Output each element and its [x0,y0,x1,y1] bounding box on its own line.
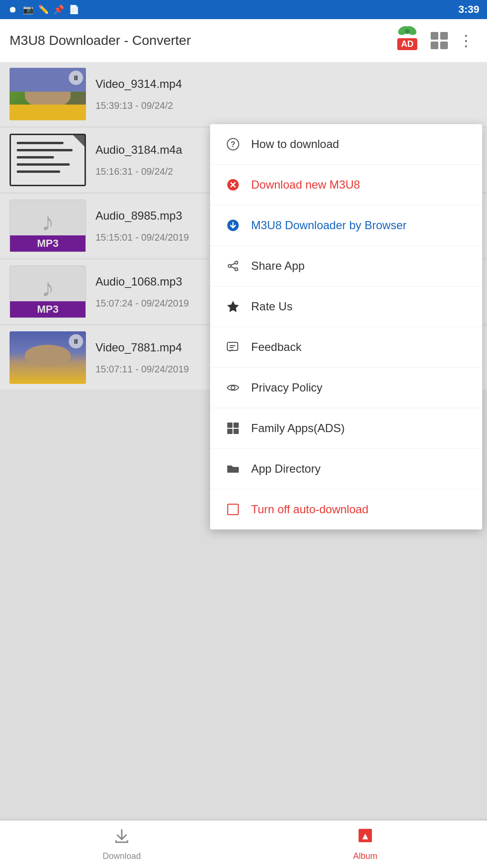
album-nav-icon [356,828,375,849]
menu-item-browser[interactable]: M3U8 Downloader by Browser [210,205,482,246]
svg-rect-21 [227,429,233,434]
menu-item-app-directory[interactable]: App Directory [210,449,482,489]
menu-label-download-new: Download new M3U8 [251,178,360,191]
menu-label-feedback: Feedback [251,340,301,354]
menu-label-privacy-policy: Privacy Policy [251,381,322,394]
svg-line-13 [231,267,235,269]
ad-badge[interactable]: AD [397,38,417,50]
menu-item-privacy-policy[interactable]: Privacy Policy [210,368,482,408]
main-content: ⏸ Video_9314.mp4 15:39:13 - 09/24/2 Audi [0,62,487,820]
svg-point-10 [235,268,238,271]
record-icon: ⏺ [8,4,18,15]
menu-label-browser: M3U8 Downloader by Browser [251,219,406,232]
svg-rect-20 [233,423,239,428]
star-icon [224,298,242,315]
svg-line-12 [231,264,235,265]
menu-item-family-apps[interactable]: Family Apps(ADS) [210,408,482,449]
status-time: 3:39 [458,3,479,16]
svg-rect-22 [233,429,239,434]
menu-label-turn-off-auto: Turn off auto-download [251,503,369,516]
question-icon: ? [224,136,242,153]
status-icons: ⏺ 📷 ✏️ 📌 📄 [8,4,79,15]
menu-item-download-new[interactable]: Download new M3U8 [210,165,482,205]
dropdown-menu: ? How to download Download new M3U8 [210,124,482,529]
nav-label-download: Download [103,851,141,861]
svg-rect-15 [227,342,238,350]
gift-bow-icon [395,25,419,38]
photo-icon: 📷 [23,4,33,15]
status-bar: ⏺ 📷 ✏️ 📌 📄 3:39 [0,0,487,19]
pin-icon: 📌 [53,4,64,15]
grid-cell-2 [440,32,448,40]
grid-cell-3 [431,42,438,49]
svg-rect-23 [228,504,238,515]
svg-point-18 [231,386,235,390]
grid-cell-4 [440,42,448,49]
svg-marker-14 [228,301,239,312]
grid-icon[interactable] [429,30,450,51]
menu-item-share-app[interactable]: Share App [210,246,482,286]
chat-icon [224,339,242,356]
menu-label-rate-us: Rate Us [251,300,293,313]
x-circle-icon [224,176,242,193]
nav-item-download[interactable]: Download [0,821,244,868]
svg-point-9 [235,261,238,264]
menu-item-rate-us[interactable]: Rate Us [210,286,482,327]
app-bar-actions: AD ⋮ [391,24,477,57]
svg-text:?: ? [231,140,235,148]
svg-point-11 [228,265,231,267]
share-icon [224,257,242,275]
more-options-icon[interactable]: ⋮ [455,28,477,53]
menu-item-turn-off-auto[interactable]: Turn off auto-download [210,489,482,529]
download-circle-icon [224,217,242,234]
checkbox-icon [224,501,242,518]
nav-item-album[interactable]: Album [244,821,487,868]
ad-icon[interactable]: AD [391,24,424,57]
bottom-nav: Download Album [0,820,487,868]
file-icon: 📄 [69,4,79,15]
menu-item-feedback[interactable]: Feedback [210,327,482,368]
pen-icon: ✏️ [38,4,49,15]
menu-label-app-directory: App Directory [251,462,320,476]
svg-point-2 [405,29,410,34]
grid-cell-1 [431,32,438,40]
download-nav-icon [112,828,131,849]
svg-rect-19 [227,423,233,428]
folder-icon [224,460,242,477]
nav-label-album: Album [353,851,377,861]
apps-grid-icon [224,420,242,437]
menu-label-family-apps: Family Apps(ADS) [251,422,345,435]
menu-label-how-to-download: How to download [251,138,339,151]
menu-item-how-to-download[interactable]: ? How to download [210,124,482,165]
app-bar: M3U8 Downloader - Converter AD ⋮ [0,19,487,62]
menu-label-share-app: Share App [251,259,305,273]
app-title: M3U8 Downloader - Converter [10,33,391,48]
eye-icon [224,379,242,396]
